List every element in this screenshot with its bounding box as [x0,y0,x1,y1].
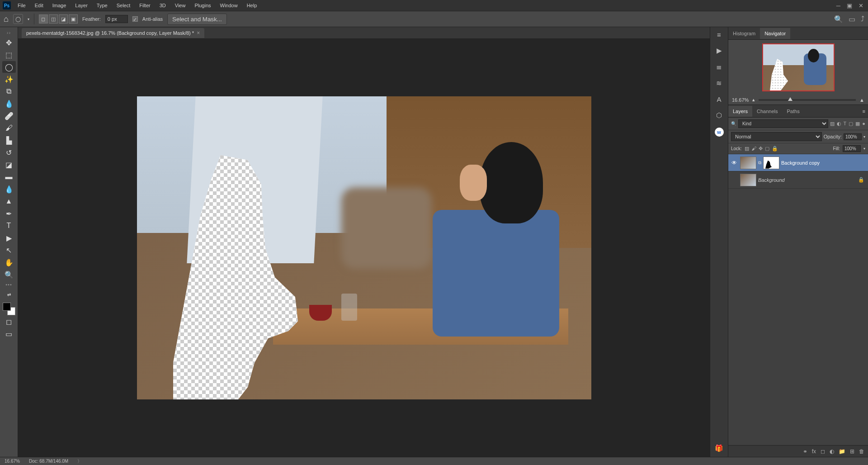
path-selection-tool-icon[interactable]: ▶ [2,232,16,244]
lock-all-icon[interactable]: 🔒 [772,146,778,152]
navigator-thumbnail[interactable] [762,43,835,91]
dodge-tool-icon[interactable]: ▲ [2,195,16,207]
menu-edit[interactable]: Edit [31,1,47,10]
layer-name-label[interactable]: Background copy [781,160,820,166]
3d-icon[interactable]: ⬡ [716,111,722,119]
workspace-switcher-icon[interactable]: ▭ [849,15,855,24]
blur-tool-icon[interactable]: 💧 [2,183,16,195]
screen-mode-icon[interactable]: ▭ [2,328,16,340]
fill-input[interactable] [843,145,861,152]
antialias-checkbox[interactable]: ✓ [132,16,138,22]
layer-thumbnail[interactable] [740,174,756,186]
filter-smart-icon[interactable]: ▦ [855,121,860,127]
chevron-down-icon[interactable]: ▾ [863,135,865,139]
visibility-icon[interactable]: 👁 [730,160,738,166]
selection-add-icon[interactable]: ◫ [49,14,58,24]
lock-pixels-icon[interactable]: 🖌 [751,146,756,152]
tab-navigator[interactable]: Navigator [760,28,790,39]
quick-mask-icon[interactable]: ◻ [2,316,16,327]
share-icon[interactable]: ⤴ [861,15,864,24]
status-doc-size[interactable]: Doc: 68.7M/146.0M [29,459,68,464]
lock-icon[interactable]: 🔒 [858,177,866,183]
lasso-tool-icon[interactable]: ◯ [2,61,16,73]
eraser-tool-icon[interactable]: ◪ [2,159,16,171]
home-icon[interactable]: ⌂ [4,14,9,24]
filter-toggle-icon[interactable]: ● [862,121,865,127]
layer-style-icon[interactable]: fx [812,448,816,455]
tab-close-icon[interactable]: × [197,30,200,36]
layer-name-label[interactable]: Background [758,177,785,183]
lock-artboard-icon[interactable]: ▢ [765,146,769,152]
pen-tool-icon[interactable]: ✒ [2,208,16,219]
healing-brush-tool-icon[interactable]: 🩹 [2,110,16,122]
maximize-icon[interactable]: ▣ [847,2,852,9]
group-icon[interactable]: 📁 [839,448,845,455]
select-and-mask-button[interactable]: Select and Mask... [167,14,227,25]
actions-icon[interactable]: ▶ [717,47,722,55]
type-tool-icon[interactable]: T [2,220,16,232]
blend-mode-select[interactable]: Normal [731,132,822,141]
link-layers-icon[interactable]: ⚭ [803,448,807,455]
menu-select[interactable]: Select [113,1,135,10]
layer-row[interactable]: Background 🔒 [728,171,868,189]
character-icon[interactable]: A [717,95,721,103]
color-swatches[interactable] [3,303,15,315]
gift-icon[interactable]: 🎁 [715,444,723,452]
document-tab[interactable]: pexels-mentatdgt-1568342.jpg @ 16.7% (Ba… [22,28,204,38]
search-icon[interactable]: 🔍 [834,15,843,24]
adjustments-icon[interactable]: ≣ [716,63,722,71]
menu-plugins[interactable]: Plugins [190,1,215,10]
new-layer-icon[interactable]: ⊞ [850,448,854,455]
tool-preset-picker[interactable]: ◯ [13,14,23,24]
clone-stamp-tool-icon[interactable]: ▙ [2,134,16,146]
swap-colors-icon[interactable]: ⇄ [2,289,16,300]
filter-shape-icon[interactable]: ▢ [849,121,853,127]
hand-tool-icon[interactable]: ✋ [2,256,16,268]
mask-link-icon[interactable]: ⧉ [758,160,761,166]
zoom-in-icon[interactable]: ▲ [859,97,864,103]
menu-filter[interactable]: Filter [135,1,154,10]
toolbar-grip-icon[interactable]: ›› [7,30,11,35]
delete-icon[interactable]: 🗑 [859,448,864,455]
styles-icon[interactable]: ≋ [716,79,722,87]
opacity-input[interactable] [844,133,862,140]
toolbar-more-icon[interactable]: ••• [5,282,12,287]
eyedropper-tool-icon[interactable]: 💧 [2,98,16,109]
foreground-color-swatch[interactable] [3,303,11,311]
search-icon[interactable]: 🔍 [731,121,736,126]
canvas[interactable] [137,96,591,399]
filter-adjustment-icon[interactable]: ◐ [837,121,841,127]
menu-view[interactable]: View [171,1,190,10]
direct-selection-tool-icon[interactable]: ↖ [2,244,16,256]
layer-mask-thumbnail[interactable] [763,157,779,169]
gradient-tool-icon[interactable]: ▬ [2,171,16,183]
zoom-slider[interactable] [759,99,856,101]
tab-histogram[interactable]: Histogram [728,28,760,39]
zoom-tool-icon[interactable]: 🔍 [2,269,16,280]
feather-input[interactable] [105,15,128,23]
zoom-out-icon[interactable]: ▴ [752,97,755,103]
menu-window[interactable]: Window [216,1,242,10]
close-icon[interactable]: ✕ [859,2,863,9]
tab-layers[interactable]: Layers [728,106,752,117]
menu-type[interactable]: Type [93,1,112,10]
selection-new-icon[interactable]: ◻ [39,14,48,24]
panel-menu-icon[interactable]: ≡ [863,109,868,114]
lock-transparency-icon[interactable]: ▨ [745,146,749,152]
filter-type-icon[interactable]: T [844,121,847,127]
layer-row[interactable]: 👁 ⧉ Background copy [728,154,868,171]
adjustment-layer-icon[interactable]: ◐ [830,448,834,455]
canvas-viewport[interactable] [18,39,710,457]
menu-3d[interactable]: 3D [156,1,170,10]
add-mask-icon[interactable]: ◻ [821,448,825,455]
properties-icon[interactable]: ≡ [717,31,721,38]
menu-file[interactable]: File [14,1,30,10]
tab-channels[interactable]: Channels [752,106,782,117]
tab-paths[interactable]: Paths [783,106,804,117]
chevron-down-icon[interactable]: ▾ [28,17,29,21]
menu-image[interactable]: Image [48,1,71,10]
selection-intersect-icon[interactable]: ▣ [69,14,78,24]
filter-pixel-icon[interactable]: ▨ [830,121,835,127]
crop-tool-icon[interactable]: ⧉ [2,85,16,97]
layer-thumbnail[interactable] [740,157,756,169]
